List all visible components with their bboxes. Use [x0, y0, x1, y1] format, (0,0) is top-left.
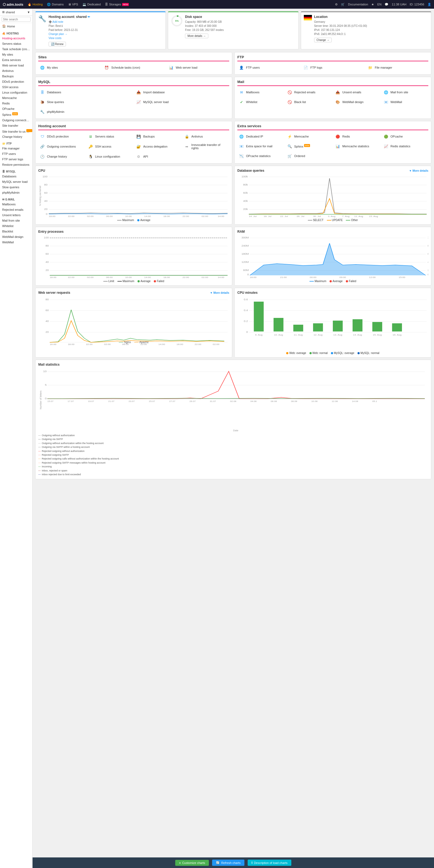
sidebar-item-outgoing[interactable]: Outgoing connections	[0, 118, 32, 123]
sidebar-item-sphinx[interactable]: Sphinx beta	[0, 112, 32, 118]
nav-vps[interactable]: 🖥 VPS	[68, 3, 78, 6]
dedicated-ip-item[interactable]: 🌐 Dedicated IP	[237, 132, 284, 141]
webmail-item[interactable]: 📧 WebMail	[382, 98, 429, 106]
sidebar-item-unsent[interactable]: Unsent letters	[0, 212, 32, 218]
linux-config-item[interactable]: 🐧 Linux configuration	[87, 152, 133, 161]
opcache-stats-item[interactable]: 📉 OPcache statistics	[237, 152, 284, 160]
my-sites-item[interactable]: 🌐 My sites	[38, 63, 100, 72]
sidebar-item-redis[interactable]: Redis	[0, 101, 32, 106]
sidebar-item-whitelist[interactable]: Whitelist	[0, 223, 32, 229]
sidebar-item-task-schedule[interactable]: Task schedule (crontab)	[0, 46, 32, 52]
change-plan-link[interactable]: Change plan →	[49, 33, 67, 35]
settings-icon[interactable]: ⚙	[335, 3, 338, 6]
search-input[interactable]	[2, 17, 31, 22]
sidebar-item-mysql-load[interactable]: MySQL server load	[0, 179, 32, 184]
extra-space-mail-item[interactable]: 📧 Extra space for mail	[237, 142, 284, 150]
file-manager-item[interactable]: 📁 File manager	[366, 63, 428, 72]
schedule-tasks-item[interactable]: ⏰ Schedule tasks (cron)	[102, 63, 165, 72]
sphinx-es-item[interactable]: 🔍 Sphinx beta	[286, 142, 332, 150]
sidebar-item-site-transfer-us[interactable]: Site transfer to us beta	[0, 128, 32, 134]
sidebar-item-change-history[interactable]: Change history	[0, 134, 32, 140]
view-costs-link[interactable]: View costs	[49, 37, 62, 40]
redis-stats-item[interactable]: 📈 Redis statistics	[382, 142, 429, 150]
nav-hosting[interactable]: 🔥 Hosting	[28, 3, 42, 6]
renew-button[interactable]: 🔄 Renew	[49, 42, 66, 46]
sidebar-item-webmail[interactable]: WebMail	[0, 240, 32, 245]
nav-domains[interactable]: 🌐 Domains	[47, 3, 63, 6]
memcache-es-item[interactable]: ⚡ Memcache	[286, 132, 332, 141]
sidebar-item-webmail-design[interactable]: WebMail design	[0, 234, 32, 240]
edit-icon[interactable]: ✏	[88, 15, 90, 19]
sidebar-item-slow-queries[interactable]: Slow queries	[0, 184, 32, 190]
sidebar-item-home[interactable]: 🏠 Home	[0, 23, 32, 29]
sidebar-item-restore[interactable]: Restore permissions	[0, 162, 32, 167]
nav-storages[interactable]: 🗄 Storages NEW	[105, 3, 129, 6]
sidebar-item-ssh[interactable]: SSH access	[0, 84, 32, 90]
sidebar-item-hosting-accounts[interactable]: Hosting-accounts	[0, 35, 32, 41]
sidebar-item-my-sites[interactable]: My sites	[0, 52, 32, 57]
sidebar-item-linux-config[interactable]: Linux configuration	[0, 90, 32, 95]
sidebar-item-servers-status[interactable]: Servers status	[0, 41, 32, 46]
documentation-link[interactable]: Documentation	[348, 3, 368, 6]
sidebar-item-ftp-logs[interactable]: FTP server logs	[0, 156, 32, 162]
rejected-emails-item[interactable]: 🚫 Rejected emails	[286, 88, 332, 96]
sidebar-item-ftp-users[interactable]: FTP users	[0, 151, 32, 156]
servers-status-item[interactable]: 🖥 Servers status	[87, 132, 133, 141]
access-delegation-item[interactable]: 🔐 Access delegation	[134, 142, 181, 151]
api-item[interactable]: ⚙ API	[134, 152, 181, 161]
ordered-item[interactable]: 🛒 Ordered	[286, 152, 332, 160]
mail-from-site-item[interactable]: 🌐 Mail from site	[382, 88, 429, 96]
irrevocable-transfer-item[interactable]: ➡ Irrevocable transfer of rights	[183, 142, 229, 151]
slow-queries-item[interactable]: 🐌 Slow queries	[38, 98, 133, 106]
opcache-es-item[interactable]: 🟢 OPcache	[382, 132, 429, 141]
sidebar-item-file-manager[interactable]: File manager	[0, 146, 32, 151]
cart-icon[interactable]: 🛒	[341, 3, 345, 6]
language-selector[interactable]: EN	[377, 3, 381, 6]
blacklist-item[interactable]: 🚫 Black list	[286, 98, 332, 106]
sidebar-item-ddos[interactable]: DDoS protection	[0, 79, 32, 84]
db-more-details-link[interactable]: ▼ More details	[409, 169, 428, 172]
sidebar-item-blacklist[interactable]: Blacklist	[0, 229, 32, 234]
add-note[interactable]: ➕ Add note	[49, 20, 163, 24]
customize-charts-button[interactable]: ≡ Customize charts	[175, 860, 209, 866]
location-change-button[interactable]: Change →	[314, 38, 332, 42]
backups-item[interactable]: 💾 Backups	[134, 132, 181, 141]
chat-icon[interactable]: 💬	[384, 3, 389, 6]
favorites-icon[interactable]: ★	[371, 3, 374, 6]
antivirus-item[interactable]: 🔒 Antivirus	[183, 132, 229, 141]
sidebar-item-memcache[interactable]: Memcache	[0, 95, 32, 101]
databases-item[interactable]: 🗄 Databases	[38, 88, 133, 96]
ddos-item[interactable]: 🛡 DDoS protection	[38, 132, 85, 141]
sidebar-item-antivirus[interactable]: Antivirus	[0, 68, 32, 73]
account-selector[interactable]: ⊞ shared ▼	[0, 9, 32, 16]
webmail-design-item[interactable]: 🎨 WebMail design	[334, 98, 380, 106]
ssh-access-item[interactable]: 🔑 SSH access	[87, 142, 133, 151]
refresh-charts-button[interactable]: 🔄 Refresh charts	[212, 860, 244, 866]
mailboxes-item[interactable]: ✉ Mailboxes	[237, 88, 284, 96]
ftp-users-item[interactable]: 👤 FTP users	[237, 63, 300, 72]
web-more-details-link[interactable]: ▼ More details	[210, 291, 229, 294]
sidebar-item-backups[interactable]: Backups	[0, 73, 32, 79]
memcache-stats-item[interactable]: 📊 Memcache statistics	[334, 142, 380, 150]
sidebar-item-web-server-load[interactable]: Web server load	[0, 63, 32, 68]
phpmyadmin-item[interactable]: 🔧 phpMyAdmin	[38, 108, 133, 116]
mysql-server-load-item[interactable]: 📈 MySQL server load	[134, 98, 229, 106]
sidebar-item-rejected-emails[interactable]: Rejected emails	[0, 207, 32, 212]
sidebar-item-mail-from-site[interactable]: Mail from site	[0, 218, 32, 223]
redis-es-item[interactable]: 🔴 Redis	[334, 132, 380, 141]
sidebar-item-extra-services[interactable]: Extra services	[0, 57, 32, 63]
sidebar-item-databases[interactable]: Databases	[0, 174, 32, 179]
unsent-emails-item[interactable]: 📤 Unsent emails	[334, 88, 380, 96]
sidebar-item-phpmyadmin[interactable]: phpMyAdmin	[0, 190, 32, 195]
nav-dedicated[interactable]: 💻 Dedicated	[83, 3, 101, 6]
avatar-icon[interactable]: 👤	[428, 3, 431, 6]
change-history-item[interactable]: 🕐 Change history	[38, 152, 85, 161]
sidebar-item-site-transfer[interactable]: Site transfer	[0, 123, 32, 128]
disk-more-details-button[interactable]: More details →	[185, 34, 208, 38]
sidebar-item-opcache[interactable]: OPcache	[0, 106, 32, 112]
ftp-logs-item[interactable]: 📄 FTP logs	[302, 63, 364, 72]
outgoing-connections-item[interactable]: 🔗 Outgoing connections	[38, 142, 85, 151]
sidebar-item-mailboxes[interactable]: Mailboxes	[0, 202, 32, 207]
description-charts-button[interactable]: ℹ Description of load charts	[248, 860, 291, 866]
web-server-load-item[interactable]: 📊 Web server load	[167, 63, 229, 72]
